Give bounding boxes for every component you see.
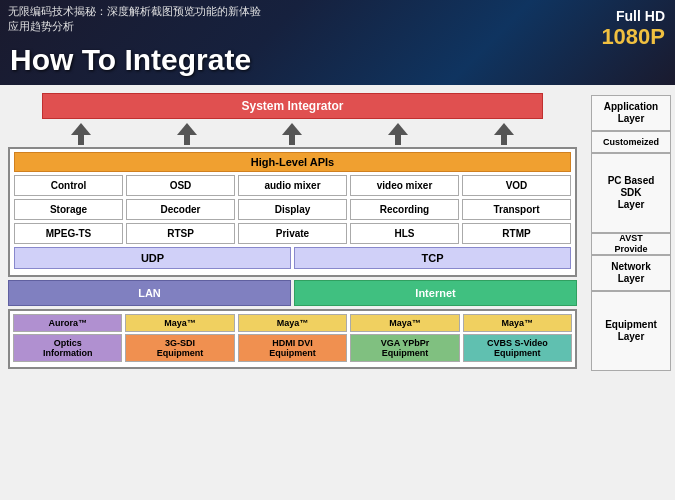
customized-label: Customeized (591, 131, 671, 153)
arrow-5 (494, 123, 514, 145)
application-layer-label: ApplicationLayer (591, 95, 671, 131)
equipment-layer-label: EquipmentLayer (591, 291, 671, 371)
avst-label: AVSTProvide (591, 233, 671, 255)
api-vod: VOD (462, 175, 571, 196)
high-level-apis-box: High-Level APIs (14, 152, 571, 172)
api-transport: Transport (462, 199, 571, 220)
udp-tcp-row: UDP TCP (14, 247, 571, 269)
equip-3g-sdi: 3G-SDIEquipment (125, 334, 234, 362)
api-private: Private (238, 223, 347, 244)
equip-hdmi-dvi: HDMI DVIEquipment (238, 334, 347, 362)
arrow-1 (71, 123, 91, 145)
api-video-mixer: video mixer (350, 175, 459, 196)
equip-row-1: Aurora™ Maya™ Maya™ Maya™ Maya™ (13, 314, 572, 332)
api-rtsp: RTSP (126, 223, 235, 244)
equip-cvbs: CVBS S-VideoEquipment (463, 334, 572, 362)
equip-maya-2: Maya™ (238, 314, 347, 332)
pc-sdk-section: High-Level APIs Control OSD audio mixer … (8, 147, 577, 277)
resolution-label: 1080P (601, 24, 665, 50)
api-osd: OSD (126, 175, 235, 196)
udp-box: UDP (14, 247, 291, 269)
api-row-1: Control OSD audio mixer video mixer VOD (14, 175, 571, 196)
network-layer-label: NetworkLayer (591, 255, 671, 291)
lan-box: LAN (8, 280, 291, 306)
equip-vga: VGA YPbPrEquipment (350, 334, 459, 362)
tcp-box: TCP (294, 247, 571, 269)
system-integrator-row: System Integrator (8, 93, 577, 119)
header-overlay-text: 无限编码技术揭秘：深度解析截图预览功能的新体验 应用趋势分析 (8, 4, 675, 34)
network-row: LAN Internet (8, 280, 577, 306)
api-recording: Recording (350, 199, 459, 220)
equipment-section: Aurora™ Maya™ Maya™ Maya™ Maya™ OpticsIn… (8, 309, 577, 369)
api-row-3: MPEG-TS RTSP Private HLS RTMP (14, 223, 571, 244)
equip-optics: OpticsInformation (13, 334, 122, 362)
internet-box: Internet (294, 280, 577, 306)
hd-badge: Full HD 1080P (601, 8, 665, 50)
subtitle-text: 应用趋势分析 (8, 20, 74, 32)
api-display: Display (238, 199, 347, 220)
api-storage: Storage (14, 199, 123, 220)
arrows-row (8, 123, 577, 145)
arrow-4 (388, 123, 408, 145)
right-labels: ApplicationLayer Customeized PC BasedSDK… (591, 95, 671, 371)
diagram-container: System Integrator High-Level APIs Contro… (8, 93, 577, 369)
api-audio-mixer: audio mixer (238, 175, 347, 196)
api-row-2: Storage Decoder Display Recording Transp… (14, 199, 571, 220)
equip-aurora: Aurora™ (13, 314, 122, 332)
full-hd-label: Full HD (601, 8, 665, 24)
main-title: How To Integrate (10, 43, 251, 77)
equip-maya-3: Maya™ (350, 314, 459, 332)
api-mpeg-ts: MPEG-TS (14, 223, 123, 244)
equip-row-2: OpticsInformation 3G-SDIEquipment HDMI D… (13, 334, 572, 362)
pc-sdk-label: PC BasedSDKLayer (591, 153, 671, 233)
header-banner: 无限编码技术揭秘：深度解析截图预览功能的新体验 应用趋势分析 How To In… (0, 0, 675, 85)
api-control: Control (14, 175, 123, 196)
equip-maya-4: Maya™ (463, 314, 572, 332)
equip-maya-1: Maya™ (125, 314, 234, 332)
api-rtmp: RTMP (462, 223, 571, 244)
arrow-2 (177, 123, 197, 145)
api-hls: HLS (350, 223, 459, 244)
system-integrator-box: System Integrator (42, 93, 543, 119)
arrow-3 (282, 123, 302, 145)
diagram-area: ApplicationLayer Customeized PC BasedSDK… (0, 85, 675, 500)
api-decoder: Decoder (126, 199, 235, 220)
overlay-text: 无限编码技术揭秘：深度解析截图预览功能的新体验 (8, 5, 261, 17)
